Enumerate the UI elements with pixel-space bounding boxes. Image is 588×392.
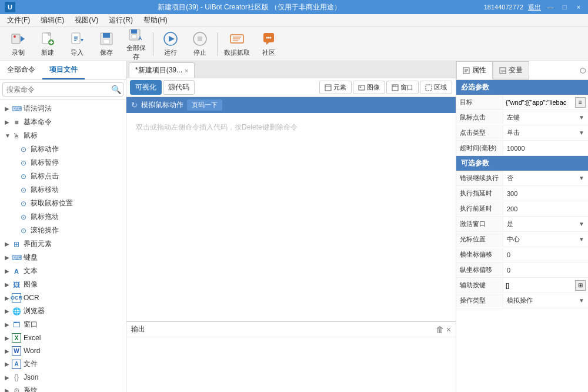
tree-item-mouse-scroll[interactable]: ⊙ 滚轮操作 (7, 224, 126, 237)
scraping-button[interactable]: 数据抓取 (221, 29, 253, 59)
run-button[interactable]: 运行 (157, 29, 184, 59)
command-name: 模拟鼠标动作 (141, 100, 183, 110)
svg-rect-15 (103, 39, 109, 44)
tree-item-excel[interactable]: ▶ X Excel (0, 331, 126, 344)
svg-point-34 (360, 86, 362, 88)
syntax-icon: ⌨ (12, 104, 21, 114)
param-row-clicktype: 点击类型 单击 ▼ (456, 125, 588, 141)
window-view-btn[interactable]: 窗口 (386, 81, 419, 94)
activate-window-arrow[interactable]: ▼ (579, 221, 584, 227)
titlebar: U 新建项目(39) - UiBot Creator社区版 （仅用于非商业用途）… (0, 0, 588, 14)
community-button[interactable]: 社区 (255, 29, 282, 59)
modifier-key-value: [] (506, 282, 574, 289)
tree-item-mouse-move[interactable]: ⊙ 鼠标移动 (7, 183, 126, 197)
tree-item-mouse[interactable]: ▼ 🖱 鼠标 (0, 129, 126, 142)
tree-item-json[interactable]: ▶ {} Json (0, 371, 126, 384)
menu-file[interactable]: 文件(F) (2, 14, 35, 26)
tree-item-mouse-drag[interactable]: ⊙ 鼠标拖动 (7, 210, 126, 224)
search-input[interactable] (2, 82, 123, 97)
community-label: 社区 (262, 48, 275, 57)
left-panel: 全部命令 项目文件 🔍 ▶ ⌨ 语法词法 ▶ ■ 基本命令 (0, 61, 126, 392)
tree-item-ocr[interactable]: ▶ OCR OCR (0, 291, 126, 304)
tree-item-window[interactable]: ▶ 🗔 窗口 (0, 318, 126, 331)
step-badge: 页码一下 (187, 99, 222, 111)
tree-item-system[interactable]: ▶ ⚙ 系统 (0, 384, 126, 392)
tree-item-mouse-action[interactable]: ⊙ 鼠标动作 (7, 142, 126, 156)
tree-item-ui[interactable]: ▶ ⊞ 界面元素 (0, 237, 126, 251)
editor-tab-main[interactable]: *新建项目(39... × (129, 62, 195, 78)
svg-rect-18 (132, 35, 136, 38)
logout-btn[interactable]: 退出 (528, 3, 541, 12)
tab-variables[interactable]: x= 变量 (493, 61, 529, 79)
param-label-exec-delay-before: 执行前延时 (456, 202, 503, 215)
close-button[interactable]: × (574, 2, 583, 12)
tree-item-basic[interactable]: ▶ ■ 基本命令 (0, 115, 126, 129)
arrow-icon: ▶ (5, 348, 12, 354)
param-label-mouseclick: 鼠标点击 (456, 111, 503, 124)
new-button[interactable]: 新建 (34, 29, 61, 59)
output-close-btn[interactable]: × (446, 325, 451, 334)
import-button[interactable]: 导入 (64, 29, 91, 59)
tree-item-text[interactable]: ▶ A 文本 (0, 264, 126, 278)
minimize-button[interactable]: — (546, 2, 555, 12)
param-value-op-type: 模拟操作 ▼ (503, 294, 588, 307)
saveall-button[interactable]: A 全部保存 (122, 29, 149, 59)
menu-view[interactable]: 视图(V) (70, 14, 103, 26)
tab-all-commands[interactable]: 全部命令 (0, 61, 42, 79)
svg-point-30 (270, 37, 272, 39)
arrow-icon: ▶ (5, 387, 12, 392)
menu-help[interactable]: 帮助(H) (139, 14, 172, 26)
mouseclick-dropdown-arrow[interactable]: ▼ (579, 114, 584, 121)
arrow-icon: ▶ (5, 105, 12, 112)
param-row-x-offset: 横坐标偏移 0 (456, 247, 588, 263)
maximize-button[interactable]: □ (560, 2, 569, 12)
region-view-btn[interactable]: 区域 (420, 81, 452, 94)
variables-icon: x= (499, 67, 506, 74)
visual-view-btn[interactable]: 可视化 (130, 80, 162, 95)
tree-item-mouse-pause[interactable]: ⊙ 鼠标暂停 (7, 156, 126, 170)
modifier-key-edit-btn[interactable]: ⊞ (575, 280, 586, 291)
output-clear-btn[interactable]: 🗑 (436, 325, 444, 334)
param-row-exec-delay-before: 执行前延时 200 (456, 201, 588, 217)
menu-run[interactable]: 运行(R) (104, 14, 138, 26)
op-type-arrow[interactable]: ▼ (579, 297, 584, 304)
elements-view-btn[interactable]: 元素 (319, 81, 352, 94)
image-view-btn[interactable]: 图像 (353, 81, 385, 94)
tab-project-files[interactable]: 项目文件 (42, 61, 85, 79)
clicktype-dropdown-arrow[interactable]: ▼ (579, 129, 584, 136)
tree-item-mouse-getpos[interactable]: ⊙ 获取鼠标位置 (7, 197, 126, 210)
arrow-icon: ▶ (5, 361, 12, 367)
record-button[interactable]: 录制 (5, 29, 32, 59)
param-row-exec-delay-after: 执行指延时 300 (456, 186, 588, 201)
error-continue-arrow[interactable]: ▼ (579, 175, 584, 181)
svg-rect-31 (325, 85, 331, 91)
tree-item-keyboard[interactable]: ▶ ⌨ 键盘 (0, 251, 126, 264)
source-view-btn[interactable]: 源代码 (163, 80, 195, 95)
tree-item-mouse-click[interactable]: ⊙ 鼠标点击 (7, 170, 126, 183)
search-button[interactable]: 🔍 (111, 85, 121, 94)
param-value-target: {"wnd":[{"app":"liebac ≡ (503, 96, 588, 109)
param-row-modifier-key: 辅助按键 [] ⊞ (456, 278, 588, 293)
tree-item-file[interactable]: ▶ A 文件 (0, 357, 126, 371)
output-actions: 🗑 × (436, 325, 451, 334)
tab-properties[interactable]: 属性 (456, 61, 493, 79)
close-tab-icon[interactable]: × (185, 67, 188, 74)
param-value-exec-delay-after: 300 (503, 188, 588, 199)
stop-button[interactable]: 停止 (186, 29, 213, 59)
save-button[interactable]: 保存 (93, 29, 120, 59)
menu-edit[interactable]: 编辑(E) (36, 14, 69, 26)
expand-panel-btn[interactable]: ⬡ (577, 64, 588, 77)
param-label-modifier-key: 辅助按键 (456, 278, 503, 292)
tree-item-browser[interactable]: ▶ 🌐 浏览器 (0, 304, 126, 318)
tree-item-syntax[interactable]: ▶ ⌨ 语法词法 (0, 102, 126, 115)
svg-rect-14 (103, 33, 110, 38)
left-tabs: 全部命令 项目文件 (0, 61, 126, 80)
tree-item-image[interactable]: ▶ 🖼 图像 (0, 278, 126, 291)
basic-icon: ■ (12, 118, 21, 127)
rotate-icon: ↻ (131, 101, 138, 109)
target-edit-btn[interactable]: ≡ (575, 97, 586, 108)
tree-item-word[interactable]: ▶ W Word (0, 344, 126, 357)
main-area: 全部命令 项目文件 🔍 ▶ ⌨ 语法词法 ▶ ■ 基本命令 (0, 61, 588, 392)
arrow-icon: ▶ (5, 281, 12, 288)
cursor-pos-arrow[interactable]: ▼ (579, 236, 584, 242)
